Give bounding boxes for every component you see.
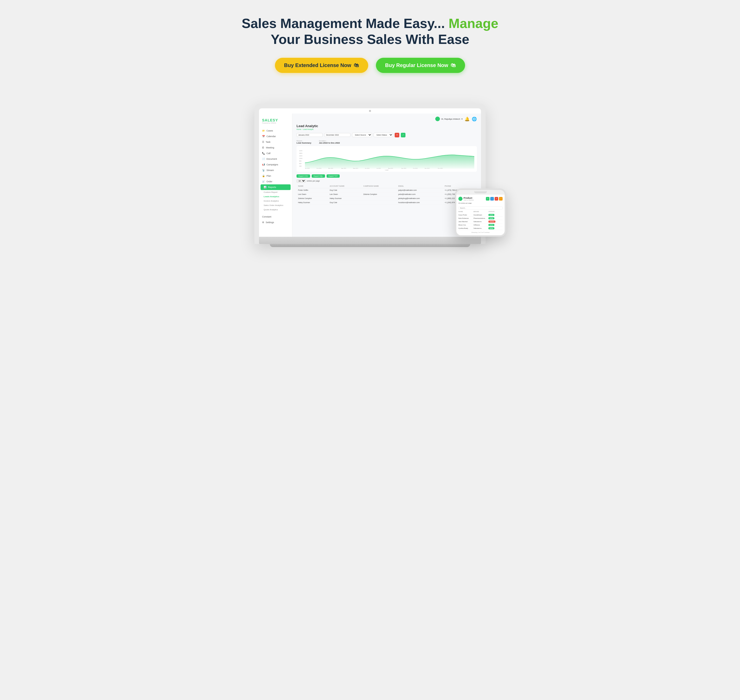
sidebar-item-document[interactable]: 📄 Document [259,156,292,162]
sidebar-item-call[interactable]: 📞 Call [259,150,292,156]
svg-text:Jan 2021: Jan 2021 [305,168,310,169]
phone-table-row: Cynthia BradySoltcetermsactive [458,227,503,230]
report-label: Report : [296,140,311,142]
stream-icon: 📡 [262,169,265,172]
table-cell: Lee Owen [328,192,362,196]
sidebar: SALESY Powered by VINSOL 📁 Cases 📅 Calen… [259,113,292,237]
sidebar-sub-custom-report[interactable]: Custom Report [259,190,292,194]
globe-icon[interactable]: 🌐 [472,116,477,122]
phone-action-btn-3[interactable]: × [495,197,498,200]
sidebar-item-task[interactable]: ☰ Task [259,139,292,145]
table-actions: Export CSV Export SQL Export TXT [296,174,477,178]
table-header-row: NAME ACCOUNT NAME CAMPAIGN NAME EMAIL PH… [296,184,477,188]
title-part1: Sales Management Made Easy... [242,16,445,31]
status-select[interactable]: Select Status [374,133,393,137]
phone-notch [474,191,487,193]
svg-text:1800: 1800 [299,153,302,154]
date-to-input[interactable] [324,133,351,137]
sidebar-item-settings[interactable]: ⚙ Settings [259,219,292,225]
col-account: ACCOUNT NAME [328,184,362,188]
entries-select[interactable]: 10 [296,179,306,182]
topbar-user: Hi, Rajodiya Infotech ▾ [435,116,463,121]
sidebar-label-reports: Reports [268,186,276,188]
table-cell: Lee Owen [296,192,328,196]
sidebar-item-constant[interactable]: Constant [259,214,292,219]
reports-icon: 📊 [264,186,267,188]
svg-text:Jul 2021: Jul 2021 [376,168,381,169]
buy-regular-button[interactable]: Buy Regular License Now 🛍 [376,58,465,73]
phone-screen: Product Add to Wishlist + ↑ × ⋯ 10 entri… [456,195,505,235]
sidebar-item-calendar[interactable]: 📅 Calendar [259,134,292,139]
document-icon: 📄 [262,158,265,160]
hero-title: Sales Management Made Easy... Manage You… [242,15,498,47]
export-txt-button[interactable]: Export TXT [327,174,340,178]
sidebar-label-stream: Stream [267,169,274,172]
sidebar-sub-invoice-analytics[interactable]: Invoice Analytics [259,199,292,203]
status-badge: active [488,224,494,226]
buy-extended-button[interactable]: Buy Extended License Now 🛍 [275,58,368,73]
export-sql-button[interactable]: Export SQL [312,174,325,178]
svg-text:Aug 2021: Aug 2021 [388,168,394,169]
apply-filter-button[interactable]: ✓ [401,133,405,137]
topbar: Hi, Rajodiya Infotech ▾ 🔔 🌐 [296,116,477,122]
sidebar-item-cases[interactable]: 📁 Cases [259,128,292,134]
regular-label: Buy Regular License Now [385,62,448,68]
logo-text: SALESY [262,118,289,122]
sidebar-item-order[interactable]: 🛒 Order [259,179,292,184]
page-title: Lead Analytic [296,124,477,128]
phone-search-input[interactable] [458,206,503,210]
phone-topbar: Product Add to Wishlist + ↑ × ⋯ [458,197,503,201]
svg-text:2100: 2100 [299,150,302,151]
phone-avatar [458,197,463,201]
avatar [435,116,440,121]
laptop-camera [369,110,371,112]
sidebar-item-stream[interactable]: 📡 Stream [259,168,292,173]
call-icon: 📞 [262,152,265,154]
entries-row: 10 entries per page [296,179,477,182]
table-cell: jahskyhug@mailinator.com [397,196,443,200]
sidebar-item-meeting[interactable]: 🗓 Meeting [259,145,292,150]
table-cell: petsi@mailinator.com [397,192,443,196]
phone-action-btn-1[interactable]: + [486,197,489,200]
svg-text:Mar 2021: Mar 2021 [329,168,333,169]
duration-label: Duration : [319,140,340,142]
bell-icon[interactable]: 🔔 [464,116,470,122]
extended-label: Buy Extended License Now [284,62,351,68]
sidebar-item-campaigns[interactable]: 📢 Campaigns [259,162,292,168]
phone-table-row: Nola DickersonPhoenixsolutionsactive [458,217,503,220]
phone-table-row: Carys PorterGranddreamactive [458,213,503,217]
chevron-down-icon: ▾ [461,118,463,120]
sidebar-sub-sales-order-analytics[interactable]: Sales Order Analytics [259,203,292,207]
sidebar-item-reports[interactable]: 📊 Reports [261,184,290,190]
col-phone: PHONE [443,184,477,188]
sidebar-sub-leads-analytics[interactable]: Leads Analytics [259,194,292,199]
sidebar-item-plan[interactable]: 🔒 Plan [259,173,292,179]
svg-text:600: 600 [299,163,301,164]
svg-text:Sep 2021: Sep 2021 [401,168,407,169]
phone-sub: Add to Wishlist [464,199,474,201]
status-badge: active [488,217,494,219]
sidebar-logo: SALESY Powered by VINSOL [259,116,292,126]
date-from-input[interactable] [296,133,323,137]
phone-table-row: Jack MarshalSoltcetermsinactive [458,220,503,224]
table-cell: Zelenia Compton [296,196,328,200]
table-cell: Zelenia Compton [362,192,397,196]
table-row: Zelenia ComptonHaley Guzmanjahskyhug@mai… [296,196,477,200]
breadcrumb: Home › Lead Analytic [296,128,477,130]
source-select[interactable]: Select Source [352,133,372,137]
laptop-base [259,237,481,244]
phone-entries: 10 entries per page [458,202,503,204]
phone-action-btn-4[interactable]: ⋯ [499,197,503,200]
export-csv-button[interactable]: Export CSV [296,174,310,178]
hero-section: Sales Management Made Easy... Manage You… [242,15,498,91]
phone-action-btn-2[interactable]: ↑ [490,197,494,200]
filter-row: Select Source Select Status ✕ ✓ [296,133,477,137]
reset-filter-button[interactable]: ✕ [395,133,399,137]
table-cell [362,188,397,192]
sidebar-label-calendar: Calendar [267,135,276,138]
sidebar-sub-quote-analytics[interactable]: Quote Analytics [259,207,292,212]
table-cell: Porter Griffin [296,188,328,192]
table-cell: Haley Guzman [296,200,328,204]
meeting-icon: 🗓 [262,146,264,149]
phone-table-header: NAME BRAND STATUS [458,211,503,212]
